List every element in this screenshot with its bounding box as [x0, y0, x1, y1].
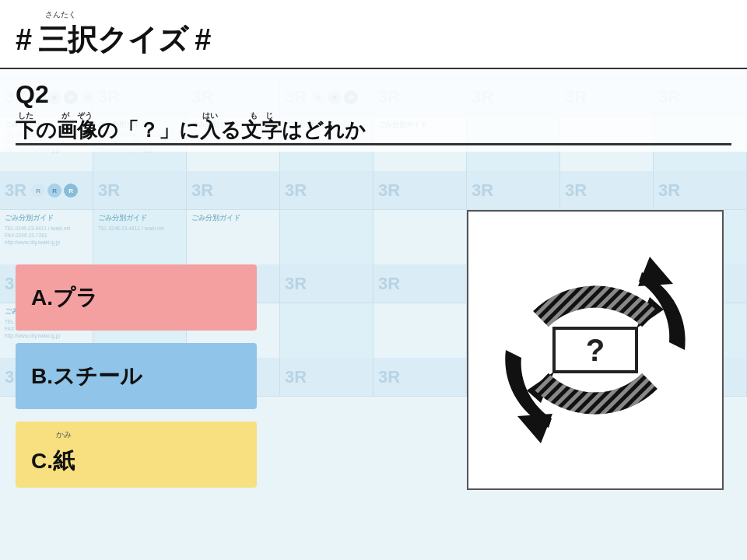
recycle-symbol: ? [482, 237, 708, 463]
svg-marker-1 [517, 414, 552, 443]
header: さんたく # 三択クイズ # [0, 0, 747, 69]
options-area: A.プラ B.スチール かみ C.紙 [16, 264, 257, 488]
kanji-moji: 文字 [241, 120, 282, 140]
question-middle: の「？」に [97, 120, 200, 140]
option-a-label: A.プラ [31, 283, 98, 313]
question-text: した 下 の が ぞう 画像 の「？」に はい 入 る も じ 文字 はどれか [16, 112, 731, 145]
main-content: さんたく # 三択クイズ # Q2 した 下 の が ぞう 画像 の「？」に は… [0, 0, 747, 560]
title-ruby: さんたく [45, 9, 731, 20]
svg-marker-0 [638, 257, 673, 286]
question-mark: ? [586, 333, 605, 368]
option-c-ruby: かみ [56, 429, 72, 440]
kanji-gazou: 画像 [57, 120, 97, 140]
ru-particle: る [220, 120, 241, 140]
option-b-label: B.スチール [31, 362, 142, 391]
title-hash-right: # [195, 23, 211, 57]
question-section: Q2 した 下 の が ぞう 画像 の「？」に はい 入 る も じ 文字 はど… [0, 69, 747, 152]
page-title: # 三択クイズ # [16, 20, 731, 60]
title-main-text: 三択クイズ [38, 20, 188, 60]
question-mark-box: ? [552, 327, 638, 373]
title-hash-left: # [16, 23, 32, 57]
option-c-button[interactable]: かみ C.紙 [16, 422, 257, 488]
question-number: Q2 [16, 80, 731, 109]
kanji-hairu: 入 [200, 120, 220, 140]
no-particle: の [36, 120, 57, 140]
option-b-button[interactable]: B.スチール [16, 343, 257, 409]
option-a-button[interactable]: A.プラ [16, 264, 257, 331]
question-image-box: ? [467, 210, 724, 490]
kanji-shita: 下 [16, 120, 36, 140]
question-end: はどれか [282, 120, 366, 140]
